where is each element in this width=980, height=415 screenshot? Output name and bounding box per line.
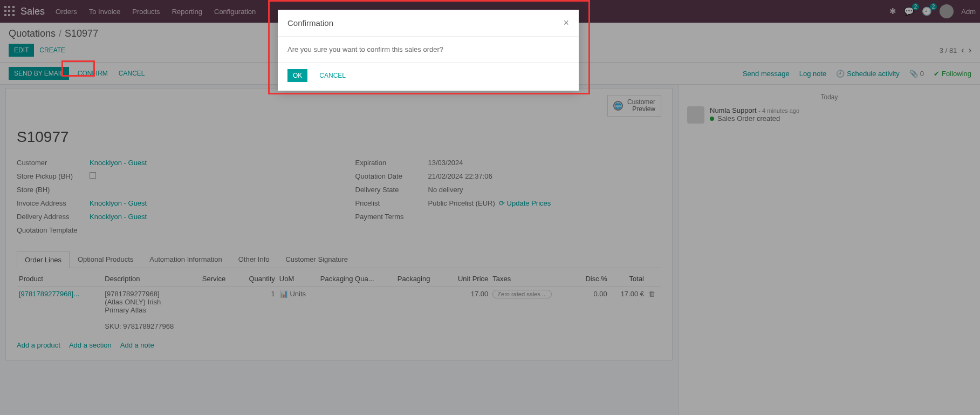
modal-cancel-button[interactable]: CANCEL <box>314 69 351 82</box>
modal-body: Are you sure you want to confirm this sa… <box>278 37 579 62</box>
modal-ok-button[interactable]: OK <box>287 69 307 82</box>
confirmation-modal: Confirmation × Are you sure you want to … <box>278 10 579 91</box>
modal-title: Confirmation <box>287 18 333 28</box>
close-icon[interactable]: × <box>563 17 569 29</box>
